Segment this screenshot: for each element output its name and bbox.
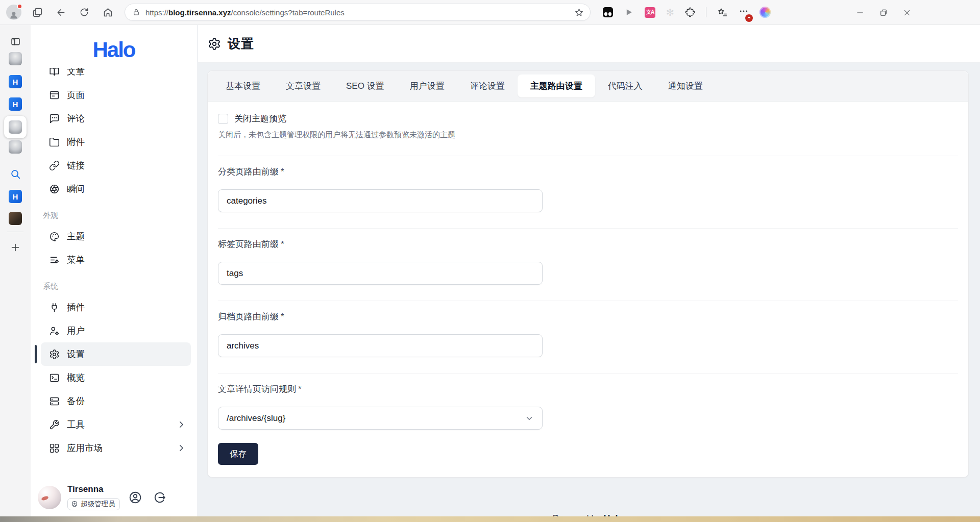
favorite-star-icon[interactable] bbox=[574, 8, 584, 17]
close-button[interactable] bbox=[895, 0, 919, 25]
theme-preview-checkbox[interactable] bbox=[218, 114, 228, 124]
menu-gear-icon bbox=[49, 255, 60, 265]
logout-icon[interactable] bbox=[153, 491, 166, 504]
users-gear-icon bbox=[49, 326, 60, 336]
browser-tab[interactable] bbox=[9, 212, 22, 225]
sidebar-item-label: 用户 bbox=[67, 325, 85, 337]
sidebar-item-评论[interactable]: 评论 bbox=[41, 107, 191, 130]
sidebar-item-链接[interactable]: 链接 bbox=[41, 154, 191, 177]
tab-panel-toggle[interactable] bbox=[7, 33, 24, 50]
browser-tab[interactable]: H bbox=[9, 97, 22, 111]
browser-tab[interactable] bbox=[9, 52, 22, 65]
tab-用户设置[interactable]: 用户设置 bbox=[397, 74, 457, 97]
input-标签页路由前缀[interactable]: tags bbox=[218, 262, 543, 285]
address-bar[interactable]: https://blog.tirsenna.xyz/console/settin… bbox=[125, 4, 591, 21]
translate-extension-icon[interactable]: 文A bbox=[645, 7, 655, 18]
sidebar-item-主题[interactable]: 主题 bbox=[41, 225, 191, 248]
favorites-bar-icon[interactable] bbox=[717, 7, 728, 18]
workspaces-button[interactable] bbox=[29, 4, 46, 21]
sidebar-item-label: 附件 bbox=[67, 136, 85, 148]
role-badge: 超级管理员 bbox=[67, 498, 120, 510]
tab-主题路由设置[interactable]: 主题路由设置 bbox=[518, 74, 595, 97]
play-extension-icon[interactable] bbox=[624, 7, 634, 17]
sidebar-item-label: 文章 bbox=[67, 68, 85, 78]
form-field: 标签页路由前缀*tags bbox=[218, 229, 958, 285]
extension-faded-icon[interactable]: ✻ bbox=[666, 8, 674, 17]
update-badge bbox=[745, 14, 753, 22]
browser-tab[interactable]: H bbox=[9, 190, 22, 203]
select-文章详情页访问规则[interactable]: /archives/{slug} bbox=[218, 407, 543, 430]
field-value: /archives/{slug} bbox=[227, 413, 285, 424]
avatar-gray-favicon bbox=[9, 52, 22, 65]
profile-notification-dot bbox=[17, 4, 22, 9]
user-profile: Tirsenna 超级管理员 bbox=[38, 484, 192, 510]
sidebar-nav: 文章页面评论附件链接瞬间外观主题菜单系统插件用户设置概览备份工具应用市场 bbox=[35, 68, 193, 467]
profile-icon[interactable] bbox=[129, 491, 142, 504]
chevron-right-icon bbox=[177, 420, 186, 429]
input-归档页路由前缀[interactable]: archives bbox=[218, 334, 543, 357]
back-icon bbox=[56, 7, 66, 18]
back-button[interactable] bbox=[52, 4, 69, 21]
sidebar-item-页面[interactable]: 页面 bbox=[41, 83, 191, 107]
moment-icon bbox=[49, 184, 60, 194]
sidebar-item-概览[interactable]: 概览 bbox=[41, 366, 191, 389]
sidebar-item-备份[interactable]: 备份 bbox=[41, 389, 191, 413]
sidebar-item-工具[interactable]: 工具 bbox=[41, 413, 191, 436]
sidebar-item-附件[interactable]: 附件 bbox=[41, 130, 191, 154]
browser-profile-button[interactable] bbox=[6, 5, 21, 20]
sidebar-item-用户[interactable]: 用户 bbox=[41, 319, 191, 342]
plug-icon bbox=[49, 302, 60, 313]
lock-icon bbox=[132, 8, 140, 16]
settings-form: 关闭主题预览 关闭后，未包含主题管理权限的用户将无法通过参数预览未激活的主题 分… bbox=[208, 102, 968, 477]
tab-评论设置[interactable]: 评论设置 bbox=[457, 74, 518, 97]
shield-icon bbox=[71, 501, 78, 508]
avatar-dark-favicon bbox=[9, 212, 22, 225]
tab-文章设置[interactable]: 文章设置 bbox=[273, 74, 333, 97]
tab-代码注入[interactable]: 代码注入 bbox=[595, 74, 655, 97]
url-text: https://blog.tirsenna.xyz/console/settin… bbox=[145, 8, 345, 17]
chevron-right-icon bbox=[177, 443, 186, 453]
new-tab-button[interactable] bbox=[7, 239, 24, 256]
sidebar-item-label: 瞬间 bbox=[67, 183, 85, 195]
refresh-button[interactable] bbox=[76, 4, 93, 21]
tab-基本设置[interactable]: 基本设置 bbox=[213, 74, 273, 97]
field-label: 分类页路由前缀* bbox=[218, 166, 958, 178]
tab-通知设置[interactable]: 通知设置 bbox=[655, 74, 716, 97]
field-value: archives bbox=[227, 341, 259, 351]
theme-preview-label: 关闭主题预览 bbox=[234, 113, 286, 125]
extensions-puzzle-icon[interactable] bbox=[685, 7, 695, 17]
copilot-icon[interactable] bbox=[760, 7, 771, 18]
sidebar-item-应用市场[interactable]: 应用市场 bbox=[41, 436, 191, 460]
settings-gear-icon bbox=[49, 349, 60, 360]
sidebar-item-设置[interactable]: 设置 bbox=[41, 342, 191, 366]
minimize-button[interactable] bbox=[848, 0, 872, 25]
required-marker: * bbox=[298, 384, 302, 394]
halo-logo[interactable]: Halo bbox=[92, 38, 135, 62]
browser-toolbar: https://blog.tirsenna.xyz/console/settin… bbox=[0, 0, 980, 25]
more-menu-button[interactable] bbox=[739, 6, 749, 18]
home-button[interactable] bbox=[99, 4, 116, 21]
field-value: categories bbox=[227, 196, 266, 206]
browser-tab[interactable]: H bbox=[9, 75, 22, 88]
tab-SEO 设置[interactable]: SEO 设置 bbox=[333, 74, 397, 97]
browser-tab-active[interactable] bbox=[4, 116, 27, 138]
save-button[interactable]: 保存 bbox=[218, 443, 258, 465]
sidebar-item-瞬间[interactable]: 瞬间 bbox=[41, 177, 191, 201]
sidebar-item-label: 插件 bbox=[67, 301, 85, 313]
settings-gear-icon bbox=[208, 37, 221, 51]
browser-tab[interactable] bbox=[9, 140, 22, 154]
halo-h-favicon: H bbox=[9, 190, 22, 203]
user-avatar[interactable] bbox=[38, 486, 61, 509]
extension-black-icon[interactable] bbox=[603, 7, 613, 17]
form-field: 归档页路由前缀*archives bbox=[218, 301, 958, 357]
restore-button[interactable] bbox=[872, 0, 895, 25]
user-actions bbox=[129, 491, 166, 504]
sidebar-item-插件[interactable]: 插件 bbox=[41, 295, 191, 319]
plus-icon bbox=[10, 242, 21, 253]
input-分类页路由前缀[interactable]: categories bbox=[218, 189, 543, 212]
sidebar-item-菜单[interactable]: 菜单 bbox=[41, 248, 191, 271]
sidebar-item-文章[interactable]: 文章 bbox=[41, 68, 191, 83]
sidebar-item-label: 概览 bbox=[67, 371, 85, 384]
required-marker: * bbox=[281, 312, 284, 321]
browser-tab[interactable] bbox=[9, 167, 22, 181]
